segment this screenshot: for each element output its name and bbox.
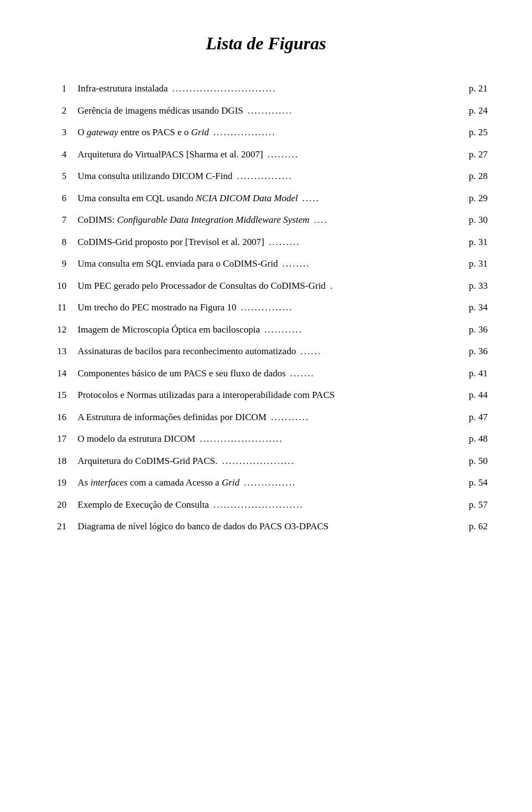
item-number: 5 <box>44 169 66 183</box>
item-dots: .............................. <box>172 81 464 96</box>
item-page: p. 54 <box>469 476 488 490</box>
item-dots: .......................... <box>213 498 464 512</box>
item-dots <box>339 388 464 402</box>
item-number: 19 <box>44 476 66 490</box>
item-page: p. 48 <box>469 432 488 446</box>
item-page: p. 36 <box>469 323 488 337</box>
item-dots: ...... <box>300 344 464 359</box>
item-label: Componentes básico de um PACS e seu flux… <box>78 366 286 381</box>
item-text: Diagrama de nível lógico do banco de dad… <box>78 519 488 534</box>
item-number: 8 <box>44 235 66 249</box>
item-dots: ............... <box>241 300 464 315</box>
list-item: 12 Imagem de Microscopia Óptica em bacil… <box>44 323 488 337</box>
item-text: Uma consulta em SQL enviada para o CoDIM… <box>78 257 488 271</box>
list-item: 18 Arquitetura do CoDIMS-Grid PACS. ....… <box>44 454 488 468</box>
item-label: Um trecho do PEC mostrado na Figura 10 <box>78 300 237 315</box>
item-dots: ........... <box>271 410 464 425</box>
list-item: 20 Exemplo de Execução de Consulta .....… <box>44 498 488 512</box>
item-number: 11 <box>44 300 66 315</box>
item-page: p. 34 <box>469 300 488 315</box>
item-number: 10 <box>44 279 66 293</box>
item-text: Uma consulta em CQL usando NCIA DICOM Da… <box>78 191 488 206</box>
list-item: 17 O modelo da estrutura DICOM .........… <box>44 432 488 446</box>
list-item: 1 Infra-estrutura instalada ............… <box>44 81 488 96</box>
item-page: p. 62 <box>469 519 488 534</box>
item-page: p. 33 <box>469 279 488 293</box>
item-page: p. 50 <box>469 454 488 468</box>
item-number: 7 <box>44 213 66 227</box>
item-dots: .... <box>314 213 464 227</box>
item-dots: ............... <box>244 476 464 490</box>
list-item: 6 Uma consulta em CQL usando NCIA DICOM … <box>44 191 488 206</box>
item-number: 21 <box>44 519 66 534</box>
item-label: Gerência de imagens médicas usando DGIS <box>78 104 243 118</box>
item-text: Um PEC gerado pelo Processador de Consul… <box>78 279 488 293</box>
item-number: 1 <box>44 81 66 96</box>
item-text: Arquitetura do CoDIMS-Grid PACS. .......… <box>78 454 488 468</box>
item-dots: ..... <box>303 191 464 206</box>
list-item: 13 Assinaturas de bacilos para reconheci… <box>44 344 488 359</box>
item-label: Diagrama de nível lógico do banco de dad… <box>78 519 329 534</box>
item-text: Protocolos e Normas utilizadas para a in… <box>78 388 488 402</box>
item-page: p. 24 <box>469 104 488 118</box>
item-label: CoDIMS-Grid proposto por [Trevisol et al… <box>78 235 264 249</box>
item-text: Componentes básico de um PACS e seu flux… <box>78 366 488 381</box>
item-label: As interfaces com a camada Acesso a Grid <box>78 476 239 490</box>
item-dots: ......... <box>268 147 464 162</box>
item-page: p. 31 <box>469 257 488 271</box>
item-dots: ......... <box>269 235 464 249</box>
list-item: 8 CoDIMS-Grid proposto por [Trevisol et … <box>44 235 488 249</box>
item-text: Arquitetura do VirtualPACS [Sharma et al… <box>78 147 488 162</box>
item-number: 13 <box>44 344 66 359</box>
item-number: 2 <box>44 104 66 118</box>
item-number: 3 <box>44 125 66 140</box>
list-item: 10 Um PEC gerado pelo Processador de Con… <box>44 279 488 293</box>
list-item: 2 Gerência de imagens médicas usando DGI… <box>44 104 488 118</box>
item-text: As interfaces com a camada Acesso a Grid… <box>78 476 488 490</box>
item-page: p. 27 <box>469 147 488 162</box>
item-text: O modelo da estrutura DICOM ............… <box>78 432 488 446</box>
page-title: Lista de Figuras <box>44 33 488 54</box>
item-page: p. 44 <box>469 388 488 402</box>
list-item: 19 As interfaces com a camada Acesso a G… <box>44 476 488 490</box>
item-page: p. 41 <box>469 366 488 381</box>
item-number: 16 <box>44 410 66 425</box>
item-dots: ........................ <box>200 432 464 446</box>
item-page: p. 25 <box>469 125 488 140</box>
item-text: A Estrutura de informações definidas por… <box>78 410 488 425</box>
item-label: Protocolos e Normas utilizadas para a in… <box>78 388 335 402</box>
item-number: 15 <box>44 388 66 402</box>
item-page: p. 36 <box>469 344 488 359</box>
item-text: CoDIMS: Configurable Data Integration Mi… <box>78 213 488 227</box>
list-item: 9 Uma consulta em SQL enviada para o CoD… <box>44 257 488 271</box>
item-label: CoDIMS: Configurable Data Integration Mi… <box>78 213 309 227</box>
item-dots: ............. <box>248 104 464 118</box>
item-text: Um trecho do PEC mostrado na Figura 10 .… <box>78 300 488 315</box>
item-label: Uma consulta em SQL enviada para o CoDIM… <box>78 257 278 271</box>
item-number: 14 <box>44 366 66 381</box>
item-page: p. 31 <box>469 235 488 249</box>
item-page: p. 21 <box>469 81 488 96</box>
item-number: 9 <box>44 257 66 271</box>
item-label: Imagem de Microscopia Óptica em bacilosc… <box>78 323 260 337</box>
item-label: O modelo da estrutura DICOM <box>78 432 195 446</box>
item-label: Arquitetura do VirtualPACS [Sharma et al… <box>78 147 263 162</box>
item-label: O gateway entre os PACS e o Grid <box>78 125 209 140</box>
item-label: A Estrutura de informações definidas por… <box>78 410 267 425</box>
item-number: 12 <box>44 323 66 337</box>
list-item: 14 Componentes básico de um PACS e seu f… <box>44 366 488 381</box>
item-text: O gateway entre os PACS e o Grid .......… <box>78 125 488 140</box>
item-text: Gerência de imagens médicas usando DGIS … <box>78 104 488 118</box>
figures-list: 1 Infra-estrutura instalada ............… <box>44 81 488 534</box>
item-page: p. 28 <box>469 169 488 183</box>
item-text: Uma consulta utilizando DICOM C-Find ...… <box>78 169 488 183</box>
list-item: 5 Uma consulta utilizando DICOM C-Find .… <box>44 169 488 183</box>
item-label: Exemplo de Execução de Consulta <box>78 498 209 512</box>
item-label: Arquitetura do CoDIMS-Grid PACS. <box>78 454 218 468</box>
item-text: Assinaturas de bacilos para reconhecimen… <box>78 344 488 359</box>
item-text: Infra-estrutura instalada ..............… <box>78 81 488 96</box>
item-dots: ........ <box>282 257 464 271</box>
item-number: 4 <box>44 147 66 162</box>
item-label: Um PEC gerado pelo Processador de Consul… <box>78 279 326 293</box>
item-number: 20 <box>44 498 66 512</box>
